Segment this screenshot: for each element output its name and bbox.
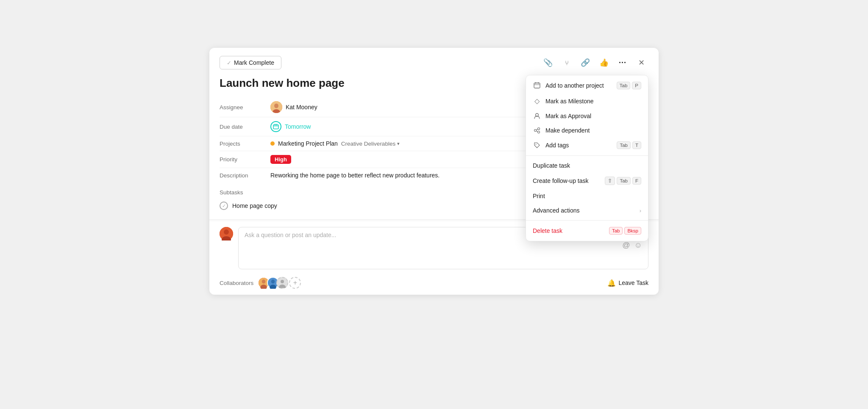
advanced-actions-arrow: › bbox=[640, 207, 641, 214]
print-label: Print bbox=[533, 193, 641, 199]
mark-complete-button[interactable]: ✓ Mark Complete bbox=[220, 56, 281, 69]
assignee-avatar bbox=[270, 101, 282, 113]
like-icon: 👍 bbox=[599, 58, 609, 67]
delete-task-shortcuts: Tab Bksp bbox=[609, 227, 641, 235]
menu-item-delete-task[interactable]: Delete task Tab Bksp bbox=[526, 223, 648, 238]
attachment-icon-button[interactable]: 📎 bbox=[541, 55, 555, 70]
close-icon: ✕ bbox=[638, 58, 645, 67]
tags-icon bbox=[533, 142, 541, 149]
subtask-complete-icon[interactable]: ✓ bbox=[220, 202, 228, 210]
priority-label: Priority bbox=[220, 156, 270, 163]
collab-section: Collaborators bbox=[220, 277, 301, 289]
menu-item-make-dependent[interactable]: Make dependent bbox=[526, 123, 648, 138]
menu-item-mark-approval[interactable]: Mark as Approval bbox=[526, 109, 648, 123]
mark-milestone-label: Mark as Milestone bbox=[545, 98, 641, 105]
calendar-icon bbox=[270, 121, 281, 132]
add-tags-shortcuts: Tab T bbox=[617, 141, 641, 149]
shortcut-f: F bbox=[632, 177, 641, 185]
menu-item-add-tags[interactable]: Add tags Tab T bbox=[526, 138, 648, 153]
project-sub-name: Creative Deliverables bbox=[341, 141, 395, 147]
svg-line-26 bbox=[537, 129, 538, 130]
project-sub[interactable]: Creative Deliverables ▾ bbox=[341, 141, 400, 147]
leave-task-button[interactable]: 🔔 Leave Task bbox=[607, 279, 648, 287]
delete-task-label: Delete task bbox=[533, 227, 605, 234]
menu-item-advanced-actions[interactable]: Advanced actions › bbox=[526, 203, 648, 218]
dependent-icon bbox=[533, 127, 541, 134]
svg-point-25 bbox=[538, 131, 540, 133]
emoji-icon[interactable]: ☺ bbox=[634, 241, 642, 250]
like-icon-button[interactable]: 👍 bbox=[597, 55, 611, 70]
shortcut-tab-delete: Tab bbox=[609, 227, 623, 235]
project-dot bbox=[270, 141, 275, 146]
add-collaborator-button[interactable]: + bbox=[289, 277, 301, 289]
leave-task-label: Leave Task bbox=[618, 279, 648, 286]
priority-value[interactable]: High bbox=[270, 155, 291, 164]
menu-item-add-to-project[interactable]: Add to another project Tab P bbox=[526, 78, 648, 93]
shortcut-bksp: Bksp bbox=[624, 227, 641, 235]
menu-item-duplicate-task[interactable]: Duplicate task bbox=[526, 158, 648, 173]
menu-item-mark-milestone[interactable]: ◇ Mark as Milestone bbox=[526, 93, 648, 109]
make-dependent-label: Make dependent bbox=[545, 127, 641, 134]
add-to-project-label: Add to another project bbox=[545, 82, 612, 89]
more-options-button[interactable]: ··· bbox=[615, 55, 630, 70]
create-followup-shortcuts: ⇧ Tab F bbox=[605, 177, 641, 185]
link-icon-button[interactable]: 🔗 bbox=[578, 55, 593, 70]
assignee-label: Assignee bbox=[220, 104, 270, 111]
projects-value[interactable]: Marketing Project Plan Creative Delivera… bbox=[270, 140, 400, 147]
svg-rect-18 bbox=[534, 83, 540, 88]
project-main-name: Marketing Project Plan bbox=[278, 140, 338, 147]
menu-section-3: Delete task Tab Bksp bbox=[526, 220, 648, 241]
due-date-text: Tomorrow bbox=[285, 123, 311, 130]
task-topbar: ✓ Mark Complete 📎 ⑂ 🔗 👍 ··· bbox=[209, 48, 659, 70]
description-label: Description bbox=[220, 172, 270, 179]
duplicate-task-label: Duplicate task bbox=[533, 162, 641, 169]
description-value[interactable]: Reworking the home page to better reflec… bbox=[270, 172, 440, 179]
collaborators-label: Collaborators bbox=[220, 280, 253, 286]
projects-label: Projects bbox=[220, 141, 270, 147]
svg-point-1 bbox=[274, 104, 278, 108]
mention-icon[interactable]: @ bbox=[622, 241, 630, 250]
shortcut-p: P bbox=[632, 82, 641, 89]
add-tags-label: Add tags bbox=[545, 142, 612, 149]
svg-point-23 bbox=[534, 130, 537, 132]
collaborators-row: Collaborators bbox=[209, 273, 659, 295]
menu-item-print[interactable]: Print bbox=[526, 189, 648, 203]
menu-section-1: Add to another project Tab P ◇ Mark as M… bbox=[526, 75, 648, 155]
dependency-icon-button[interactable]: ⑂ bbox=[559, 55, 574, 70]
bell-icon: 🔔 bbox=[607, 279, 616, 287]
attachment-icon: 📎 bbox=[543, 58, 553, 67]
shortcut-tab: Tab bbox=[617, 82, 631, 89]
add-to-project-icon bbox=[533, 82, 541, 89]
due-date-value[interactable]: Tomorrow bbox=[270, 121, 311, 132]
menu-section-2: Duplicate task Create follow-up task ⇧ T… bbox=[526, 155, 648, 220]
svg-point-11 bbox=[262, 279, 266, 283]
close-button[interactable]: ✕ bbox=[634, 55, 648, 70]
collab-avatars: + bbox=[258, 277, 301, 289]
add-to-project-shortcuts: Tab P bbox=[617, 82, 641, 89]
assignee-value[interactable]: Kat Mooney bbox=[270, 101, 317, 113]
create-followup-label: Create follow-up task bbox=[533, 177, 601, 184]
shortcut-tab-followup: Tab bbox=[617, 177, 631, 185]
subtask-name: Home page copy bbox=[232, 202, 277, 209]
svg-rect-3 bbox=[273, 125, 278, 129]
svg-line-27 bbox=[537, 131, 538, 132]
svg-point-28 bbox=[536, 144, 537, 145]
chevron-down-icon: ▾ bbox=[397, 141, 400, 146]
description-text: Reworking the home page to better reflec… bbox=[270, 172, 440, 179]
menu-item-create-followup[interactable]: Create follow-up task ⇧ Tab F bbox=[526, 173, 648, 189]
advanced-actions-label: Advanced actions bbox=[533, 207, 635, 214]
dependency-icon: ⑂ bbox=[565, 59, 569, 66]
approval-icon bbox=[533, 113, 541, 119]
commenter-avatar bbox=[220, 227, 233, 240]
milestone-icon: ◇ bbox=[533, 97, 541, 105]
dropdown-menu: Add to another project Tab P ◇ Mark as M… bbox=[526, 75, 648, 241]
shortcut-up: ⇧ bbox=[605, 177, 615, 185]
svg-point-16 bbox=[281, 280, 284, 283]
assignee-name: Kat Mooney bbox=[286, 104, 317, 111]
mark-approval-label: Mark as Approval bbox=[545, 113, 641, 119]
topbar-icons: 📎 ⑂ 🔗 👍 ··· ✕ bbox=[541, 55, 648, 70]
svg-point-24 bbox=[538, 128, 540, 130]
more-options-icon: ··· bbox=[619, 58, 626, 67]
link-icon: 🔗 bbox=[581, 58, 590, 67]
svg-point-14 bbox=[271, 279, 275, 283]
